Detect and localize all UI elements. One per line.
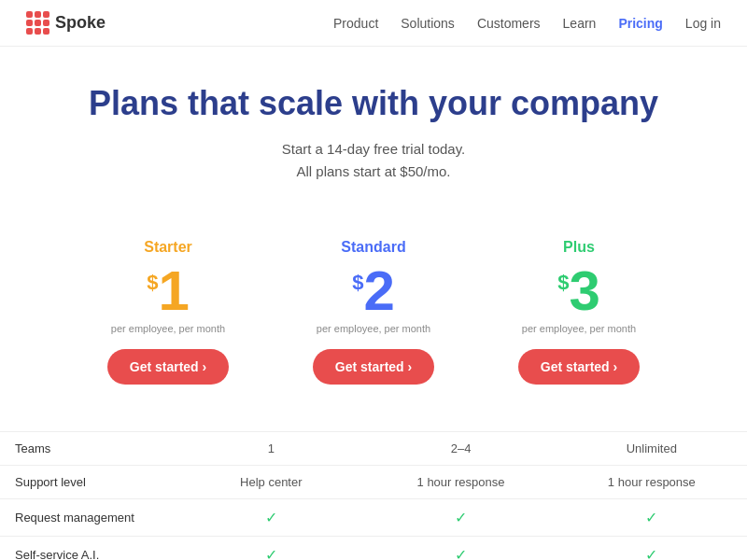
check-icon: ✓ (455, 510, 467, 525)
request-mgmt-standard: ✓ (365, 499, 556, 537)
plan-plus-price: $ 3 (495, 263, 663, 319)
plan-plus-per-employee: per employee, per month (495, 323, 663, 334)
plan-standard-amount: 2 (363, 263, 394, 319)
feature-teams: Teams (0, 432, 176, 466)
plan-standard-name: Standard (289, 239, 458, 256)
nav-links: Product Solutions Customers Learn Pricin… (333, 15, 721, 32)
plan-starter-price: $ 1 (84, 263, 252, 319)
hero-section: Plans that scale with your company Start… (0, 47, 747, 202)
check-icon: ✓ (645, 510, 657, 525)
plan-standard-cta[interactable]: Get started › (313, 349, 434, 385)
hero-title: Plans that scale with your company (19, 84, 728, 123)
nav-pricing[interactable]: Pricing (618, 16, 662, 31)
plan-starter-dollar: $ (147, 271, 158, 295)
plan-starter-amount: 1 (158, 263, 189, 319)
request-mgmt-starter: ✓ (176, 499, 365, 537)
check-icon: ✓ (265, 547, 277, 560)
nav-learn[interactable]: Learn (563, 16, 597, 31)
plan-starter-cta[interactable]: Get started › (107, 349, 229, 385)
check-icon: ✓ (645, 547, 657, 560)
support-plus: 1 hour response (557, 466, 747, 499)
nav-solutions[interactable]: Solutions (401, 16, 455, 31)
table-row: Request management ✓ ✓ ✓ (0, 499, 747, 537)
plan-plus-amount: 3 (569, 263, 599, 319)
nav-customers[interactable]: Customers (477, 16, 541, 31)
teams-plus: Unlimited (557, 432, 747, 466)
self-service-standard: ✓ (365, 537, 556, 561)
plan-standard-dollar: $ (352, 271, 363, 295)
teams-starter: 1 (176, 432, 365, 466)
plan-plus-name: Plus (495, 239, 663, 256)
plan-plus-cta[interactable]: Get started › (518, 349, 640, 385)
hero-subtitle-line1: Start a 14-day free trial today. (282, 141, 466, 157)
feature-support: Support level (0, 466, 176, 499)
table-row: Support level Help center 1 hour respons… (0, 466, 747, 499)
check-icon: ✓ (455, 547, 467, 560)
nav-product[interactable]: Product (333, 16, 378, 31)
plan-standard-price: $ 2 (289, 263, 458, 319)
comparison-table: Teams 1 2–4 Unlimited Support level Help… (0, 431, 747, 560)
feature-self-service: Self-service A.I. (0, 537, 176, 561)
logo-grid-icon (26, 11, 49, 35)
request-mgmt-plus: ✓ (557, 499, 747, 537)
support-starter: Help center (176, 466, 365, 499)
plan-plus-dollar: $ (557, 271, 569, 295)
table-row: Teams 1 2–4 Unlimited (0, 432, 747, 466)
nav-login[interactable]: Log in (685, 16, 721, 31)
plan-starter-per-employee: per employee, per month (84, 323, 252, 334)
plan-starter-name: Starter (84, 239, 252, 256)
pricing-cards: Starter $ 1 per employee, per month Get … (0, 202, 747, 413)
plan-standard-per-employee: per employee, per month (289, 323, 458, 334)
table-row: Self-service A.I. ✓ ✓ ✓ (0, 537, 747, 561)
teams-standard: 2–4 (365, 432, 556, 466)
logo-text: Spoke (55, 13, 106, 33)
self-service-starter: ✓ (176, 537, 365, 561)
self-service-plus: ✓ (557, 537, 747, 561)
feature-request-mgmt: Request management (0, 499, 176, 537)
support-standard: 1 hour response (365, 466, 556, 499)
hero-subtitle: Start a 14-day free trial today. All pla… (19, 138, 728, 183)
plan-standard: Standard $ 2 per employee, per month Get… (271, 230, 476, 403)
plan-plus: Plus $ 3 per employee, per month Get sta… (476, 230, 682, 403)
navbar: Spoke Product Solutions Customers Learn … (0, 0, 747, 47)
hero-subtitle-line2: All plans start at $50/mo. (296, 163, 450, 179)
logo[interactable]: Spoke (26, 11, 106, 35)
check-icon: ✓ (265, 510, 277, 525)
plan-starter: Starter $ 1 per employee, per month Get … (65, 230, 271, 403)
